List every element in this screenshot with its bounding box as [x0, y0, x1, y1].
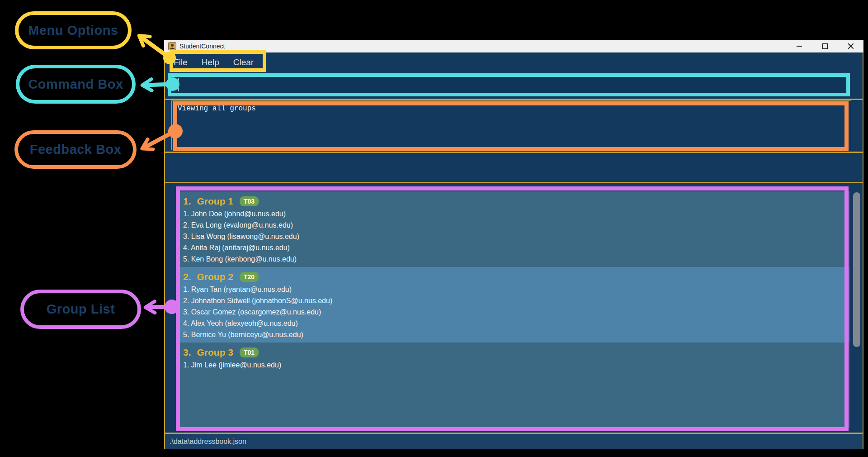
status-bar: .\data\addressbook.json	[165, 434, 863, 449]
maximize-icon	[822, 43, 828, 49]
titlebar: StudentConnect	[164, 40, 863, 52]
callout-group-list: Group List	[20, 290, 141, 329]
callout-menu-options-label: Menu Options	[28, 23, 118, 38]
callout-feedback-box: Feedback Box	[14, 130, 137, 169]
window-title: StudentConnect	[179, 43, 786, 50]
callout-command-box: Command Box	[16, 65, 136, 104]
divider	[165, 152, 863, 153]
menu-bar: File Help Clear	[165, 52, 863, 72]
callout-command-box-label: Command Box	[28, 77, 123, 92]
minimize-icon	[797, 46, 802, 47]
minimize-button[interactable]	[786, 40, 812, 52]
maximize-button[interactable]	[812, 40, 838, 52]
callout-menu-options: Menu Options	[15, 11, 132, 49]
annotated-screenshot: StudentConnect File Help Clear Viewing a…	[0, 0, 868, 457]
status-file-path: .\data\addressbook.json	[170, 438, 246, 445]
window-controls	[786, 40, 863, 52]
annotation-rect-menu-options	[170, 50, 266, 72]
annotation-rect-command-box	[168, 73, 850, 96]
close-button[interactable]	[838, 40, 863, 52]
callout-group-list-label: Group List	[47, 302, 115, 317]
annotation-rect-feedback-box	[173, 101, 849, 151]
divider	[165, 182, 863, 183]
person-icon	[168, 42, 176, 50]
scrollbar[interactable]	[852, 191, 862, 428]
callout-feedback-box-label: Feedback Box	[30, 142, 122, 157]
divider	[165, 99, 863, 100]
close-icon	[848, 43, 854, 49]
scrollbar-thumb[interactable]	[853, 192, 860, 347]
annotation-rect-group-list	[176, 186, 849, 431]
